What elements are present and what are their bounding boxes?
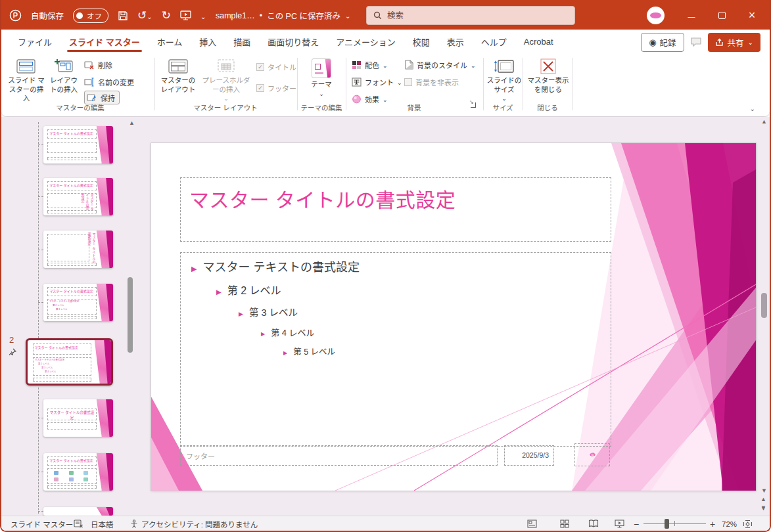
undo-icon[interactable]: ↺	[137, 10, 152, 21]
themes-button[interactable]: テーマ	[304, 56, 339, 102]
proofing-icon[interactable]	[74, 516, 83, 531]
customize-qat-icon[interactable]	[200, 10, 206, 22]
tab-draw[interactable]: 描画	[225, 30, 259, 54]
start-slideshow-icon[interactable]	[180, 11, 191, 20]
layout-thumbnail-title-slide[interactable]: マスター タイトルの書式設定	[43, 399, 113, 437]
master-layout-button[interactable]: マスターのレイアウト	[159, 56, 197, 102]
search-input[interactable]	[387, 11, 551, 20]
slide-master-icon	[16, 58, 36, 74]
background-styles-icon	[404, 60, 413, 70]
view-name-label[interactable]: スライド マスター	[11, 516, 73, 531]
close-master-view-button[interactable]: マスター表示を閉じる	[527, 56, 569, 102]
footer-placeholder[interactable]: フッター	[180, 445, 498, 466]
date-placeholder[interactable]: 2025/9/3	[504, 445, 554, 466]
layout-thumbnail-content[interactable]: マスター タイトルの書式設定	[43, 453, 113, 491]
zoom-slider-notch	[674, 521, 675, 526]
background-styles-button[interactable]: 背景のスタイル	[404, 58, 476, 72]
slide-sorter-icon[interactable]	[560, 516, 569, 531]
group-label-close: 閉じる	[537, 102, 558, 112]
panel-scroll-up-icon[interactable]	[129, 120, 135, 126]
record-button[interactable]: 記録	[641, 33, 684, 52]
slide-size-icon	[494, 58, 515, 74]
comments-icon[interactable]	[690, 37, 702, 47]
slide-number-label: 2	[9, 335, 14, 345]
slideshow-view-icon[interactable]	[615, 516, 624, 531]
share-button[interactable]: 共有	[708, 33, 760, 52]
bullet-icon	[283, 347, 293, 357]
layout-tree-line	[38, 388, 39, 514]
undo-dropdown-icon[interactable]	[147, 9, 152, 22]
tab-home[interactable]: ホーム	[149, 30, 191, 54]
insert-layout-button[interactable]: レイアウトの挿入	[47, 56, 80, 102]
rename-button[interactable]: 名前の変更	[84, 75, 134, 89]
titlebar-controls	[647, 0, 764, 31]
hide-background-checkbox: 背景を非表示	[404, 77, 459, 87]
language-label[interactable]: 日本語	[91, 516, 114, 531]
redo-icon[interactable]: ↻	[162, 10, 171, 21]
zoom-slider-thumb[interactable]	[665, 519, 669, 529]
body-placeholder[interactable]: マスター テキストの書式設定 第 2 レベル 第 3 レベル 第 4 レベル 第…	[180, 252, 611, 447]
tab-transitions[interactable]: 画面切り替え	[259, 30, 327, 54]
reading-view-icon[interactable]	[588, 516, 599, 531]
bullet-icon	[261, 328, 271, 338]
master-layout-icon	[168, 58, 188, 74]
insert-placeholder-icon	[216, 58, 236, 74]
autosave-toggle[interactable]: オフ	[73, 9, 108, 23]
delete-icon	[84, 60, 95, 70]
scroll-up-icon[interactable]	[761, 119, 767, 125]
colors-icon	[352, 60, 362, 70]
zoom-in-button[interactable]: +	[710, 516, 715, 531]
fit-to-window-icon[interactable]	[743, 516, 753, 531]
background-dialog-launcher[interactable]	[469, 101, 477, 109]
tab-animations[interactable]: アニメーション	[327, 30, 404, 54]
title-placeholder[interactable]: マスター タイトルの書式設定	[180, 177, 611, 242]
insert-slide-master-button[interactable]: スライド マスターの挿入	[8, 56, 45, 102]
tab-acrobat[interactable]: Acrobat	[515, 30, 562, 54]
layout-thumbnail-partial[interactable]	[43, 507, 113, 516]
normal-view-icon[interactable]	[527, 516, 537, 531]
layout-thumbnail-2[interactable]: マスター タイトルの書式設定 マスター タイトルの書式設定	[43, 178, 113, 215]
tab-help[interactable]: ヘルプ	[473, 30, 515, 54]
powerpoint-logo-icon[interactable]	[9, 9, 22, 22]
scroll-down-icon[interactable]	[761, 488, 767, 494]
slide-number-placeholder[interactable]: ‹#›	[574, 443, 610, 466]
tab-review[interactable]: 校閲	[404, 30, 438, 54]
zoom-level-label[interactable]: 72%	[722, 516, 737, 531]
tab-insert[interactable]: 挿入	[191, 30, 225, 54]
bullet-level-4: 第 4 レベル	[261, 326, 611, 338]
maximize-button[interactable]	[709, 5, 734, 26]
effects-button[interactable]: 効果	[352, 92, 388, 106]
hide-background-checkbox-box	[404, 78, 412, 86]
title-dropdown-icon[interactable]	[345, 11, 350, 20]
document-title[interactable]: sample1… • この PC に保存済み	[216, 0, 350, 31]
powerpoint-window: 自動保存 オフ ↺ ↻ sample1… • この PC に保存済み	[0, 0, 771, 532]
collapse-ribbon-icon[interactable]	[750, 104, 755, 113]
vertical-scrollbar[interactable]	[759, 117, 770, 516]
slide-master-canvas[interactable]: マスター タイトルの書式設定 マスター テキストの書式設定 第 2 レベル 第 …	[151, 143, 756, 491]
delete-button[interactable]: 削除	[84, 58, 112, 72]
zoom-out-button[interactable]: −	[634, 516, 639, 531]
scrollbar-thumb[interactable]	[761, 293, 767, 318]
layout-thumbnail-1[interactable]: マスター タイトルの書式設定	[43, 126, 113, 164]
tab-view[interactable]: 表示	[438, 30, 473, 54]
insert-placeholder-button: プレースホルダーの挿入	[200, 56, 252, 102]
slide-master-thumbnail-selected[interactable]: マスター タイトルの書式設定 マスター テキストの書式設定第 2 レベル第 3 …	[26, 338, 113, 386]
colors-button[interactable]: 配色	[352, 58, 388, 72]
accessibility-status[interactable]: アクセシビリティ: 問題ありません	[130, 516, 258, 531]
minimize-button[interactable]	[679, 5, 704, 26]
save-icon[interactable]	[118, 11, 128, 21]
panel-scrollbar-thumb[interactable]	[128, 277, 133, 353]
account-avatar[interactable]	[647, 7, 665, 24]
layout-thumbnail-4[interactable]: マスター タイトルの書式設定 マスター テキストの書式設定第 2 レベル第 3 …	[43, 284, 113, 321]
previous-slide-icon[interactable]	[760, 498, 766, 501]
tab-actions: 記録 共有	[641, 32, 760, 52]
next-slide-icon[interactable]	[760, 506, 766, 510]
slide-size-button[interactable]: スライドのサイズ	[486, 56, 522, 102]
tab-file[interactable]: ファイル	[9, 30, 60, 54]
fonts-button[interactable]: フォント	[352, 75, 402, 89]
layout-thumbnail-3[interactable]: マスター タイトルの書式設定	[43, 231, 113, 268]
search-box[interactable]	[366, 6, 575, 25]
tab-slide-master[interactable]: スライド マスター	[60, 30, 149, 54]
status-bar: スライド マスター 日本語 アクセシビリティ: 問題ありません − + 72%	[1, 516, 770, 531]
close-button[interactable]	[739, 5, 764, 26]
